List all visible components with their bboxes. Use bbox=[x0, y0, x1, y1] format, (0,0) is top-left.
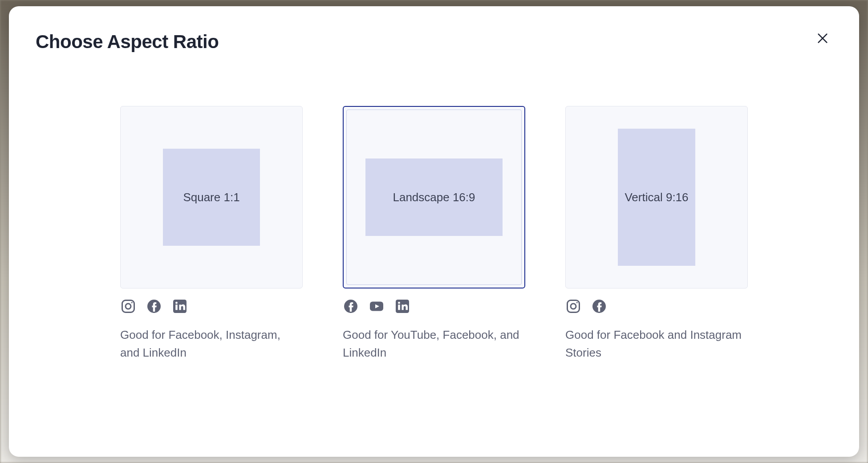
preview-landscape[interactable]: Landscape 16:9 bbox=[343, 106, 525, 288]
svg-point-13 bbox=[398, 302, 400, 304]
preview-square[interactable]: Square 1:1 bbox=[120, 106, 303, 288]
svg-point-16 bbox=[576, 302, 578, 303]
aspect-ratio-modal: Choose Aspect Ratio Square 1:1 bbox=[9, 6, 859, 457]
shape-label: Landscape 16:9 bbox=[393, 189, 475, 205]
svg-point-3 bbox=[126, 304, 131, 309]
option-vertical: Vertical 9:16 Good for Facebook and Inst… bbox=[565, 106, 748, 362]
shape-landscape: Landscape 16:9 bbox=[365, 158, 503, 236]
modal-header: Choose Aspect Ratio bbox=[36, 31, 832, 53]
icons-row-landscape bbox=[343, 298, 525, 314]
svg-rect-2 bbox=[122, 301, 134, 313]
option-description: Good for Facebook and Instagram Stories bbox=[565, 326, 743, 362]
svg-point-4 bbox=[131, 302, 133, 303]
shape-vertical: Vertical 9:16 bbox=[618, 129, 695, 266]
icons-row-square bbox=[120, 298, 303, 314]
youtube-icon bbox=[369, 298, 385, 314]
svg-rect-7 bbox=[175, 305, 178, 310]
svg-point-15 bbox=[571, 304, 576, 309]
option-square: Square 1:1 bbox=[120, 106, 303, 362]
close-button[interactable] bbox=[813, 28, 832, 48]
option-description: Good for YouTube, Facebook, and LinkedIn bbox=[343, 326, 521, 362]
facebook-icon bbox=[146, 298, 162, 314]
option-landscape: Landscape 16:9 Good fo bbox=[343, 106, 525, 362]
linkedin-icon bbox=[394, 298, 410, 314]
svg-point-8 bbox=[175, 302, 178, 304]
close-icon bbox=[815, 31, 830, 45]
facebook-icon bbox=[343, 298, 359, 314]
preview-vertical[interactable]: Vertical 9:16 bbox=[565, 106, 748, 288]
option-description: Good for Facebook, Instagram, and Linked… bbox=[120, 326, 298, 362]
instagram-icon bbox=[565, 298, 581, 314]
icons-row-vertical bbox=[565, 298, 748, 314]
svg-rect-12 bbox=[398, 305, 400, 310]
shape-label: Vertical 9:16 bbox=[625, 189, 688, 205]
aspect-ratio-options: Square 1:1 bbox=[36, 106, 832, 362]
svg-rect-14 bbox=[568, 301, 580, 313]
shape-label: Square 1:1 bbox=[183, 189, 239, 205]
facebook-icon bbox=[591, 298, 607, 314]
instagram-icon bbox=[120, 298, 136, 314]
shape-square: Square 1:1 bbox=[163, 149, 260, 246]
linkedin-icon bbox=[172, 298, 188, 314]
modal-title: Choose Aspect Ratio bbox=[36, 31, 219, 53]
